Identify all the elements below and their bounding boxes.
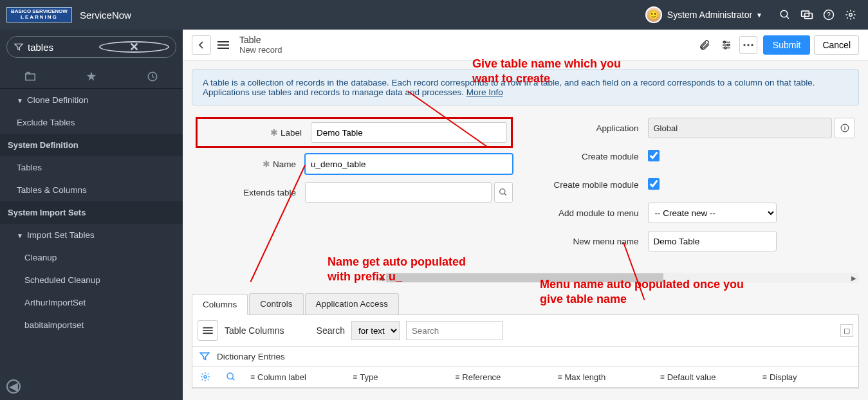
nav-tab-favorites-icon[interactable] <box>61 64 122 88</box>
create-mobile-label: Create mobile module <box>553 180 638 190</box>
list-search-label: Search <box>317 325 345 336</box>
nav-section: System Import Sets <box>0 201 183 224</box>
nav-item[interactable]: ▼Import Set Tables <box>0 224 183 246</box>
more-info-link[interactable]: More Info <box>466 87 503 97</box>
tab-columns[interactable]: Columns <box>192 294 248 315</box>
application-value: Global <box>648 118 833 138</box>
nav-section: System Definition <box>0 134 183 156</box>
create-module-checkbox[interactable] <box>648 150 660 161</box>
header-title: Table <box>239 35 282 45</box>
submit-button[interactable]: Submit <box>763 35 811 55</box>
nav-filter[interactable]: tables ✕ <box>6 36 176 58</box>
cancel-button[interactable]: Cancel <box>814 35 859 55</box>
brand-name: ServiceNow <box>80 10 131 21</box>
attachment-icon[interactable] <box>696 36 714 54</box>
list-search-column-icon[interactable] <box>218 367 244 387</box>
extends-input[interactable] <box>305 182 492 203</box>
application-field-label: Application <box>596 123 638 133</box>
svg-point-25 <box>844 126 845 127</box>
left-nav: tables ✕ ▼Clone DefinitionExclude Tables… <box>0 30 183 400</box>
nav-filter-clear-icon[interactable]: ✕ <box>99 41 169 53</box>
add-module-label: Add module to menu <box>559 208 639 218</box>
user-name[interactable]: System Administrator <box>667 10 752 20</box>
nav-item[interactable]: babitaimportset <box>0 314 183 336</box>
user-dropdown-caret[interactable]: ▼ <box>756 12 762 19</box>
svg-point-21 <box>500 189 505 194</box>
name-input[interactable] <box>305 154 513 174</box>
gear-icon[interactable] <box>844 8 858 22</box>
col-display[interactable]: ≡Display <box>756 367 858 387</box>
nav-item[interactable]: Scheduled Cleanup <box>0 269 183 291</box>
header-title-block: Table New record <box>239 35 282 55</box>
list-filter-breadcrumb[interactable]: Dictionary Entries <box>217 352 285 361</box>
tab-application-access[interactable]: Application Access <box>305 293 400 314</box>
svg-point-29 <box>204 376 207 378</box>
list-menu-icon[interactable] <box>198 320 218 341</box>
form-header: Table New record Submit Cancel <box>183 30 868 60</box>
svg-point-20 <box>751 44 753 46</box>
filter-funnel-icon[interactable] <box>199 350 210 362</box>
col-max-length[interactable]: ≡Max length <box>551 367 654 387</box>
svg-line-1 <box>786 16 789 19</box>
top-banner: BASICO SERVICENOW LEARNING ServiceNow 🙂 … <box>0 0 868 30</box>
settings-slider-icon[interactable] <box>717 36 735 54</box>
col-column-label[interactable]: ≡Column label <box>244 367 346 387</box>
svg-point-30 <box>227 373 233 379</box>
horizontal-scrollbar[interactable]: ◀▶ <box>376 273 859 283</box>
list-title: Table Columns <box>225 325 284 336</box>
label-field-label: Label <box>281 128 302 138</box>
label-input[interactable] <box>311 122 507 143</box>
new-menu-input[interactable] <box>648 231 777 251</box>
form-body: ✱Label ✱Name Extends table <box>183 105 868 270</box>
list-filter-row: Dictionary Entries <box>192 347 858 366</box>
extends-field-label: Extends table <box>243 188 296 197</box>
svg-text:?: ? <box>827 11 831 19</box>
search-icon[interactable] <box>778 8 792 22</box>
help-icon[interactable]: ? <box>822 8 836 22</box>
nav-collapse-icon[interactable]: ◀ <box>6 379 21 394</box>
svg-rect-7 <box>26 74 35 80</box>
svg-line-22 <box>504 194 506 195</box>
nav-filter-text: tables <box>28 42 95 53</box>
nav-item[interactable]: Tables <box>0 156 183 179</box>
col-type[interactable]: ≡Type <box>346 367 448 387</box>
extends-lookup-icon[interactable] <box>494 182 513 203</box>
new-menu-label: New menu name <box>573 237 638 246</box>
nav-item[interactable]: Cleanup <box>0 246 183 269</box>
back-button[interactable] <box>192 35 211 55</box>
add-module-select[interactable]: -- Create new -- <box>648 203 777 223</box>
more-actions-icon[interactable] <box>739 36 757 54</box>
list-section: Table Columns Search for text ▢ Dictiona… <box>192 315 859 388</box>
nav-tabs <box>0 64 183 89</box>
list-search-input[interactable] <box>406 321 503 340</box>
svg-point-15 <box>723 41 725 43</box>
nav-item[interactable]: ▼Clone Definition <box>0 89 183 111</box>
svg-point-16 <box>727 44 729 46</box>
nav-item[interactable]: Exclude Tables <box>0 111 183 134</box>
chat-icon[interactable] <box>800 8 814 22</box>
header-subtitle: New record <box>239 45 282 55</box>
create-module-label: Create module <box>582 152 639 161</box>
svg-point-6 <box>849 14 853 17</box>
list-search-mode[interactable]: for text <box>351 321 400 340</box>
nav-item[interactable]: ArthurImportSet <box>0 291 183 314</box>
logo: BASICO SERVICENOW LEARNING <box>6 7 72 23</box>
col-default-value[interactable]: ≡Default value <box>654 367 756 387</box>
list-gear-icon[interactable] <box>192 367 218 387</box>
col-reference[interactable]: ≡Reference <box>448 367 551 387</box>
form-menu-icon[interactable] <box>217 41 233 50</box>
application-info-icon[interactable] <box>835 118 855 138</box>
list-header: ≡Column label ≡Type ≡Reference ≡Max leng… <box>192 366 858 388</box>
avatar[interactable]: 🙂 <box>645 6 662 23</box>
nav-item[interactable]: Tables & Columns <box>0 179 183 201</box>
nav-list[interactable]: ▼Clone DefinitionExclude TablesSystem De… <box>0 89 183 400</box>
nav-tab-history-icon[interactable] <box>122 64 183 88</box>
name-field-label: Name <box>273 159 296 169</box>
svg-point-18 <box>743 44 745 46</box>
tab-controls[interactable]: Controls <box>249 293 303 314</box>
info-box: A table is a collection of records in th… <box>192 69 859 105</box>
nav-tab-all-icon[interactable] <box>0 64 61 88</box>
create-mobile-checkbox[interactable] <box>648 178 660 190</box>
svg-line-31 <box>232 378 234 380</box>
list-collapse-icon[interactable]: ▢ <box>840 324 853 337</box>
